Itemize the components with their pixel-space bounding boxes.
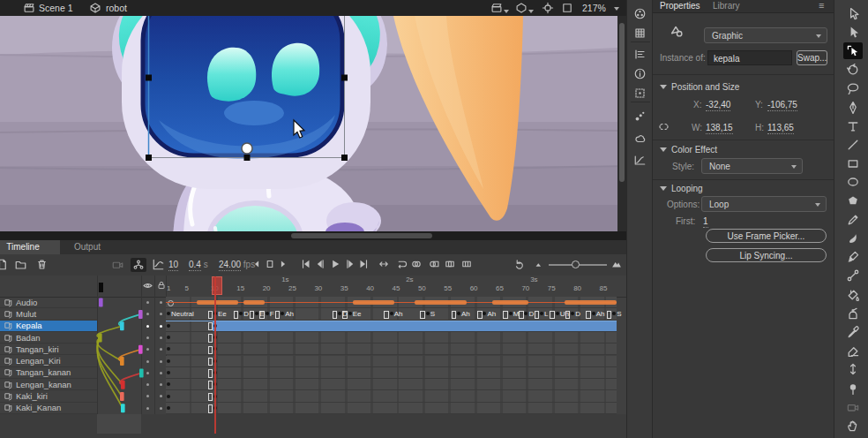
first-frame-button[interactable] bbox=[300, 258, 312, 270]
symbol-breadcrumb[interactable]: robot bbox=[106, 3, 127, 13]
eye-column-icon[interactable] bbox=[142, 280, 153, 291]
new-folder-button[interactable] bbox=[14, 258, 27, 271]
ruler-frame-number[interactable]: 80 bbox=[573, 284, 581, 292]
loop-playback-button[interactable] bbox=[395, 258, 408, 270]
layer-lock-dot[interactable] bbox=[160, 407, 162, 410]
layer-visibility-dot[interactable] bbox=[146, 407, 149, 410]
layer-visibility-dot[interactable] bbox=[146, 325, 149, 328]
layer-lock-dot[interactable] bbox=[160, 348, 162, 351]
layer-lock-dot[interactable] bbox=[160, 325, 162, 328]
frames-row-kaki_kanan[interactable] bbox=[166, 403, 617, 414]
graph-editor-button[interactable] bbox=[152, 258, 165, 271]
show-parenting-button[interactable] bbox=[131, 258, 146, 272]
layer-item-mulut[interactable]: Mulut bbox=[0, 308, 97, 320]
align-panel-icon[interactable] bbox=[633, 48, 647, 61]
color-effect-header[interactable]: Color Effect bbox=[660, 145, 717, 155]
ruler-frame-number[interactable]: 70 bbox=[521, 284, 529, 292]
layer-lock-dot[interactable] bbox=[160, 372, 162, 374]
ruler-frame-number[interactable]: 75 bbox=[548, 284, 556, 292]
loop-options-dropdown[interactable]: Loop bbox=[701, 196, 827, 212]
edit-symbol-button[interactable] bbox=[515, 2, 528, 14]
w-value[interactable]: 138,15 bbox=[706, 123, 733, 134]
asset-warp-tool[interactable] bbox=[843, 380, 863, 396]
layer-item-kaki_kanan[interactable]: Kaki_Kanan bbox=[0, 403, 97, 414]
last-frame-button[interactable] bbox=[357, 258, 370, 270]
tab-properties[interactable]: Properties bbox=[660, 1, 700, 11]
layer-visibility-dot[interactable] bbox=[146, 348, 149, 351]
width-tool[interactable] bbox=[843, 361, 863, 378]
hscroll-thumb[interactable] bbox=[291, 233, 432, 238]
classic-brush-tool[interactable] bbox=[843, 249, 863, 266]
current-frame-value[interactable]: 10 bbox=[168, 260, 178, 271]
layer-visibility-dot[interactable] bbox=[146, 372, 149, 374]
ruler-frame-number[interactable]: 15 bbox=[236, 284, 244, 292]
swatches-panel-icon[interactable] bbox=[633, 26, 647, 40]
ruler-frame-number[interactable]: 55 bbox=[444, 284, 452, 292]
selected-frame-span[interactable] bbox=[213, 321, 617, 331]
onion-skin-button[interactable] bbox=[410, 258, 423, 270]
tab-timeline[interactable]: Timeline bbox=[0, 240, 60, 254]
frames-row-lengan_kiri[interactable] bbox=[166, 356, 617, 367]
camera-tool[interactable] bbox=[843, 398, 863, 415]
step-back-button[interactable] bbox=[251, 258, 263, 270]
lip-syncing-button[interactable]: Lip Syncing... bbox=[706, 248, 827, 262]
elapsed-time-value[interactable]: 0.4 s bbox=[189, 260, 208, 269]
layer-visibility-dot[interactable] bbox=[146, 395, 149, 397]
zoom-caret-icon[interactable] bbox=[614, 7, 619, 11]
layer-item-badan[interactable]: Badan bbox=[0, 332, 97, 344]
zoom-in-frames-icon[interactable] bbox=[610, 258, 623, 270]
free-transform-tool[interactable] bbox=[843, 42, 863, 59]
layer-visibility-dot[interactable] bbox=[146, 336, 149, 339]
next-frame-button[interactable] bbox=[343, 258, 355, 270]
polystar-tool[interactable] bbox=[843, 193, 863, 209]
loop-frame-button[interactable] bbox=[264, 258, 276, 270]
layer-lock-dot[interactable] bbox=[160, 301, 162, 304]
use-frame-picker-button[interactable]: Use Frame Picker... bbox=[706, 229, 827, 243]
looping-header[interactable]: Looping bbox=[660, 184, 703, 193]
info-panel-icon[interactable] bbox=[633, 67, 647, 80]
style-dropdown[interactable]: None bbox=[701, 158, 803, 174]
ruler-frame-number[interactable]: 60 bbox=[470, 284, 478, 292]
transform-panel-panel-icon[interactable] bbox=[633, 87, 647, 100]
frames-row-tangan_kiri[interactable] bbox=[166, 344, 617, 355]
layer-lock-dot[interactable] bbox=[160, 336, 162, 339]
frames-row-kepala[interactable] bbox=[166, 321, 617, 332]
layer-item-lengan_kiri[interactable]: Lengan_Kiri bbox=[0, 356, 97, 367]
clip-content-button[interactable] bbox=[561, 2, 573, 14]
pen-tool[interactable] bbox=[843, 99, 863, 116]
selection-tool[interactable] bbox=[843, 5, 863, 22]
ruler-frame-number[interactable]: 85 bbox=[600, 284, 608, 292]
stage-zoom-value[interactable]: 217% bbox=[582, 3, 606, 13]
frames-row-badan[interactable] bbox=[166, 332, 617, 344]
oval-tool[interactable] bbox=[843, 174, 863, 191]
layer-lock-dot[interactable] bbox=[160, 395, 162, 397]
stage-horizontal-scrollbar[interactable] bbox=[0, 231, 626, 240]
tab-output[interactable]: Output bbox=[65, 240, 109, 254]
scene-breadcrumb[interactable]: Scene 1 bbox=[39, 3, 73, 13]
symbol-type-dropdown[interactable]: Graphic bbox=[704, 27, 827, 43]
tab-library[interactable]: Library bbox=[713, 1, 740, 11]
timeline-zoom-knob[interactable] bbox=[572, 261, 580, 268]
ruler-frame-number[interactable]: 50 bbox=[418, 284, 426, 292]
ruler-frame-number[interactable]: 40 bbox=[366, 284, 374, 292]
eraser-tool[interactable] bbox=[843, 343, 863, 359]
new-layer-button[interactable] bbox=[0, 258, 9, 271]
onion-outline-button[interactable] bbox=[428, 258, 440, 270]
text-tool[interactable] bbox=[843, 117, 863, 134]
add-camera-button[interactable] bbox=[111, 258, 124, 271]
frames-row-tangan_kanan[interactable] bbox=[166, 367, 617, 379]
pencil-tool[interactable] bbox=[843, 211, 863, 228]
ruler-frame-number[interactable]: 25 bbox=[288, 284, 296, 292]
delete-layer-button[interactable] bbox=[35, 258, 49, 271]
modify-markers-button[interactable] bbox=[460, 258, 473, 270]
layer-item-lengan_kanan[interactable]: Lengan_kanan bbox=[0, 379, 97, 390]
zoom-out-frames-icon[interactable] bbox=[533, 258, 545, 270]
edit-scene-button[interactable] bbox=[490, 2, 503, 14]
bone-tool[interactable] bbox=[843, 268, 863, 284]
step-forward-button[interactable] bbox=[277, 258, 289, 270]
x-value[interactable]: -32,40 bbox=[706, 100, 730, 111]
line-tool[interactable] bbox=[843, 136, 863, 153]
ruler-frame-number[interactable]: 30 bbox=[314, 284, 322, 292]
layer-lock-dot[interactable] bbox=[160, 313, 162, 315]
play-button[interactable] bbox=[329, 258, 341, 270]
